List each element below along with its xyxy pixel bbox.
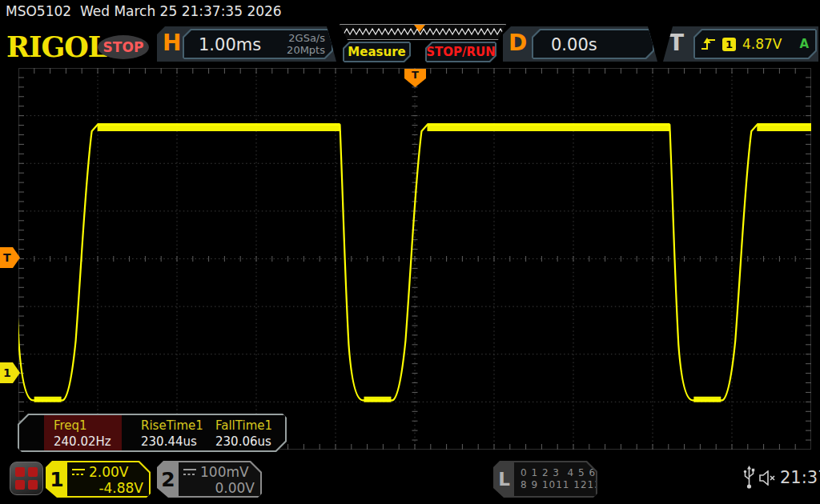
stop-run-button[interactable]: STOP/RUN [425, 42, 496, 62]
horizontal-box: 1.00ms 2GSa/s 20Mpts [183, 29, 333, 59]
measurement-freq1[interactable]: Freq1 240.02Hz [44, 415, 122, 450]
waveform-ch1 [18, 68, 811, 450]
trigger-panel[interactable]: T 1 4.87V A [663, 26, 818, 62]
trigger-box: 1 4.87V A [693, 29, 817, 59]
horizontal-label: H [163, 30, 181, 56]
logic-row-8-15: 8 9 1011 12131415 [521, 479, 596, 491]
acquisition-info: 2GSa/s 20Mpts [287, 32, 325, 56]
measure-button[interactable]: Measure [343, 42, 411, 62]
delay-box: 0.00s [532, 29, 654, 59]
sample-rate: 2GSa/s [287, 32, 325, 44]
usb-icon [743, 466, 755, 490]
channel2-widget[interactable]: 2 100mV 0.00V [157, 461, 262, 498]
dc-coupling-icon [183, 468, 196, 477]
oscilloscope-screen: MSO5102 Wed March 25 21:37:35 2026 RIGOL… [0, 0, 820, 504]
measurement-panel[interactable]: Freq1 240.02Hz RiseTime1 230.44us FallTi… [18, 414, 287, 452]
waveform-memory-bar[interactable] [340, 24, 506, 40]
channel1-number: 1 [46, 461, 68, 498]
status-bar-title: MSO5102 Wed March 25 21:37:35 2026 [6, 3, 282, 19]
channel1-offset: -4.88V [72, 480, 143, 496]
clock: 21:37 [780, 468, 820, 487]
channel1-ground-marker[interactable]: 1 [0, 362, 20, 383]
dc-coupling-icon [72, 468, 85, 477]
channel2-offset: 0.00V [183, 480, 255, 496]
trigger-level-value: 4.87V [742, 36, 782, 52]
rising-edge-trigger-icon [701, 38, 716, 51]
logic-channels-widget[interactable]: L 0 1 2 3 4 5 6 7 8 9 1011 12131415 [493, 461, 597, 498]
channel2-scale: 100mV [200, 464, 249, 480]
delay-panel[interactable]: D 0.00s [503, 26, 657, 62]
run-state-badge: STOP [98, 35, 149, 59]
memory-depth: 20Mpts [287, 44, 325, 56]
channel1-scale: 2.00V [89, 464, 128, 480]
trigger-sweep-mode: A [799, 37, 809, 51]
logic-label: L [493, 461, 515, 498]
channel1-widget[interactable]: 1 2.00V -4.88V [46, 461, 151, 498]
rigol-logo: RIGOL [6, 30, 107, 63]
measurement-risetime1[interactable]: RiseTime1 230.44us [131, 415, 206, 450]
trigger-source-badge: 1 [722, 38, 736, 51]
trigger-level-marker[interactable]: T [0, 247, 20, 268]
menu-grid-icon[interactable] [10, 462, 43, 495]
logic-row-0-7: 0 1 2 3 4 5 6 7 [521, 467, 596, 479]
delay-label: D [508, 30, 527, 56]
delay-value: 0.00s [551, 35, 597, 54]
channel2-number: 2 [157, 461, 179, 498]
timebase-value: 1.00ms [199, 35, 261, 54]
graticule-area [18, 68, 811, 450]
measurement-falltime1[interactable]: FallTime1 230.06us [206, 415, 280, 450]
speaker-muted-icon[interactable] [759, 470, 778, 486]
trigger-label: T [669, 30, 684, 56]
horizontal-panel[interactable]: H 1.00ms 2GSa/s 20Mpts [157, 26, 336, 62]
